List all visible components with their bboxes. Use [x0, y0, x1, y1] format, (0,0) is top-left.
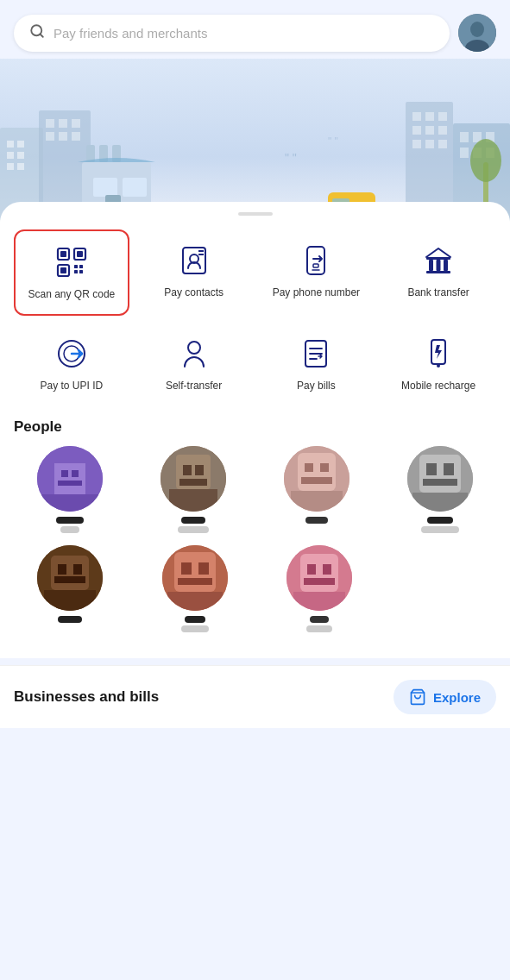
svg-rect-78 [79, 270, 83, 273]
svg-point-61 [470, 139, 501, 182]
svg-rect-88 [429, 260, 433, 271]
hero-illustration: " " " " [0, 59, 510, 223]
svg-rect-108 [183, 465, 192, 475]
person-item-5[interactable] [14, 545, 126, 632]
pay-contacts-icon [175, 242, 213, 280]
bag-icon [409, 688, 426, 706]
svg-point-93 [188, 342, 200, 354]
person-name-3 [305, 517, 328, 524]
svg-rect-123 [412, 493, 468, 512]
svg-rect-14 [59, 119, 67, 128]
scan-qr-label: Scan any QR code [28, 288, 116, 302]
person-avatar-4 [407, 446, 473, 512]
svg-rect-46 [438, 112, 447, 121]
svg-point-3 [470, 22, 484, 37]
svg-rect-122 [423, 479, 457, 486]
search-bar[interactable]: Pay friends and merchants [14, 15, 450, 52]
svg-rect-87 [426, 271, 450, 273]
svg-rect-132 [181, 562, 192, 575]
svg-rect-11 [17, 163, 24, 170]
person-avatar-5 [37, 545, 103, 611]
action-mobile-recharge[interactable]: Mobile recharge [381, 323, 496, 405]
svg-rect-47 [412, 126, 421, 135]
person-item-4[interactable] [385, 446, 496, 533]
svg-rect-84 [313, 264, 318, 267]
quick-actions-row2: Pay to UPI ID Self-transfer [14, 323, 496, 405]
action-bank-transfer[interactable]: Bank transfer [381, 229, 496, 316]
svg-rect-49 [438, 126, 447, 135]
person-avatar-7 [286, 545, 352, 611]
svg-rect-131 [174, 552, 216, 592]
svg-rect-141 [293, 592, 345, 611]
people-grid-row2 [14, 545, 375, 632]
pay-bills-icon [297, 335, 335, 373]
quick-actions-row1: Scan any QR code Pay contacts [14, 229, 496, 316]
svg-rect-111 [169, 489, 217, 512]
svg-rect-70 [60, 251, 66, 257]
svg-rect-48 [425, 126, 434, 135]
svg-rect-139 [323, 564, 331, 575]
svg-rect-129 [44, 590, 96, 611]
svg-rect-13 [46, 119, 54, 128]
action-self-transfer[interactable]: Self-transfer [136, 323, 252, 405]
svg-rect-57 [460, 148, 469, 158]
businesses-title: Businesses and bills [14, 688, 159, 706]
svg-rect-133 [198, 562, 209, 575]
svg-rect-72 [77, 251, 83, 257]
svg-rect-7 [17, 141, 24, 148]
people-section-title: People [14, 418, 496, 436]
svg-rect-105 [37, 494, 103, 512]
action-scan-qr[interactable]: Scan any QR code [14, 229, 129, 316]
svg-rect-75 [74, 265, 78, 268]
svg-rect-116 [301, 477, 332, 484]
pay-contacts-label: Pay contacts [164, 286, 224, 300]
person-name-2 [178, 517, 209, 533]
bank-transfer-icon [419, 242, 457, 280]
svg-rect-50 [412, 140, 421, 148]
drag-handle [238, 212, 273, 216]
person-item-3[interactable] [261, 446, 373, 533]
svg-rect-103 [72, 470, 79, 477]
action-pay-phone[interactable]: Pay phone number [259, 229, 375, 316]
person-item-2[interactable] [137, 446, 249, 533]
svg-rect-119 [419, 455, 461, 493]
svg-rect-76 [79, 265, 83, 268]
person-name-7 [306, 616, 332, 632]
action-pay-contacts[interactable]: Pay contacts [136, 229, 252, 316]
svg-rect-17 [59, 132, 67, 141]
person-name-4 [421, 517, 459, 533]
svg-text:" ": " " [328, 135, 338, 148]
pay-phone-icon [297, 242, 335, 280]
search-icon [29, 23, 45, 43]
svg-rect-44 [412, 112, 421, 121]
svg-rect-24 [123, 178, 147, 197]
action-pay-bills[interactable]: Pay bills [259, 323, 375, 405]
person-name-1 [56, 517, 84, 533]
svg-rect-126 [58, 564, 66, 575]
svg-rect-51 [425, 140, 434, 148]
action-pay-upi[interactable]: Pay to UPI ID [14, 323, 129, 405]
pay-upi-icon [53, 335, 91, 373]
mobile-recharge-label: Mobile recharge [401, 380, 475, 393]
explore-button[interactable]: Explore [394, 680, 496, 714]
svg-rect-113 [298, 453, 336, 491]
svg-rect-140 [304, 578, 335, 585]
pay-phone-label: Pay phone number [273, 286, 360, 300]
person-item-6[interactable] [138, 545, 250, 632]
explore-label: Explore [433, 690, 481, 705]
svg-rect-101 [54, 463, 85, 494]
svg-rect-135 [167, 592, 223, 611]
person-item-1[interactable] [14, 446, 125, 533]
scan-qr-icon [53, 243, 91, 281]
svg-rect-9 [17, 152, 24, 159]
svg-rect-125 [51, 556, 89, 590]
svg-rect-137 [300, 554, 338, 592]
bottom-bar: Businesses and bills Explore [0, 665, 510, 728]
svg-rect-52 [438, 140, 447, 148]
avatar[interactable] [458, 14, 496, 52]
svg-rect-16 [46, 132, 54, 141]
person-item-7[interactable] [263, 545, 375, 632]
person-avatar-2 [161, 446, 226, 512]
mobile-recharge-icon [419, 335, 457, 373]
svg-line-1 [40, 34, 42, 36]
